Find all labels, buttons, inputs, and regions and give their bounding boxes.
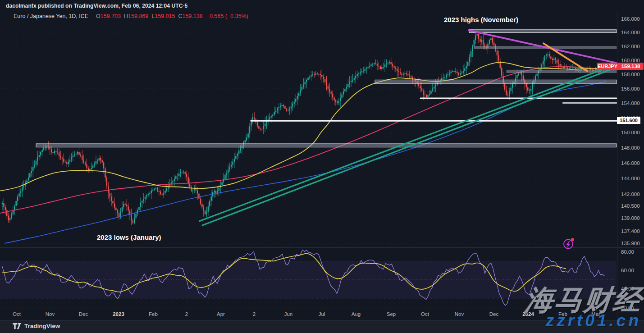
flash-ideas-icon[interactable] (562, 237, 575, 250)
last-price-badge-value: 159.138 (618, 64, 644, 69)
moving-averages-layer (0, 62, 606, 243)
annotation-2023-highs: 2023 highs (November) (444, 16, 518, 23)
rsi-backdrop (0, 261, 617, 298)
ohlc-low-value: 159.015 (155, 13, 175, 19)
annotation-2023-lows: 2023 lows (January) (97, 233, 161, 241)
symbol-title[interactable]: Euro / Japanese Yen, 1D, ICE (14, 13, 88, 19)
ohlc-open-label: O (96, 13, 100, 19)
tradingview-brand-text: TradingView (24, 323, 60, 329)
ohlc-open-value: 159.703 (100, 13, 121, 19)
tradingview-logo-icon (13, 323, 21, 329)
last-price-badge-symbol: EURJPY (597, 64, 618, 69)
ohlc-high-value: 159.869 (128, 13, 148, 19)
attribution-text: dacolmanfx published on TradingView.com,… (6, 3, 187, 9)
ohlc-high-label: H (124, 13, 128, 19)
ohlc-close-value: 159.138 (182, 13, 202, 19)
change-value: −0.565 (−0.35%) (206, 13, 248, 19)
tradingview-published-chart: dacolmanfx published on TradingView.com,… (0, 0, 644, 333)
lightning-bolt-icon (566, 241, 571, 248)
tradingview-brand-link[interactable]: TradingView (13, 323, 60, 329)
symbol-header: Euro / Japanese Yen, 1D, ICEO159.703H159… (14, 13, 248, 19)
last-price-badge: EURJPY 159.138 (597, 63, 644, 70)
candles-layer (2, 31, 607, 225)
notification-dot (571, 238, 574, 241)
level-151600-badge: 151.600 (617, 117, 640, 124)
watermark-url: zzrt01.cn (546, 311, 641, 330)
